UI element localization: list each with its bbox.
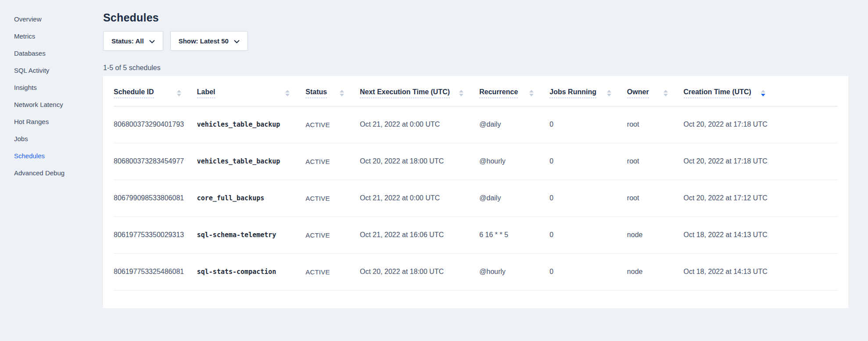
cell-next-execution: Oct 21, 2022 at 0:00 UTC [360,180,479,217]
show-filter-label: Show: Latest 50 [179,37,229,45]
cell-creation-time: Oct 18, 2022 at 14:13 UTC [684,254,838,291]
sidebar-item-metrics[interactable]: Metrics [0,28,103,45]
cell-schedule-id: 806799098533806081 [114,180,197,217]
cell-jobs-running: 0 [549,107,627,143]
cell-creation-time: Oct 20, 2022 at 17:12 UTC [684,180,838,217]
cell-recurrence: @hourly [479,143,549,180]
sidebar-item-insights[interactable]: Insights [0,79,103,96]
show-filter-dropdown[interactable]: Show: Latest 50 [170,31,248,51]
column-label-jobs-running[interactable]: Jobs Running [549,88,596,98]
cell-owner: node [627,217,684,254]
sort-asc-arrow-icon [459,90,463,92]
sort-desc-arrow-icon [664,94,668,96]
sort-icon[interactable] [664,90,668,96]
cell-schedule-id: 806197753350029313 [114,217,197,254]
cell-label: core_full_backups [197,180,306,217]
cell-next-execution: Oct 21, 2022 at 0:00 UTC [360,107,479,143]
sort-asc-arrow-icon [285,90,290,92]
sort-icon[interactable] [459,90,463,96]
filter-row: Status: All Show: Latest 50 [103,31,848,51]
column-header-next-execution-time-utc: Next Execution Time (UTC) [360,76,479,107]
cell-jobs-running: 0 [549,143,627,180]
sidebar-item-jobs[interactable]: Jobs [0,130,103,147]
cell-label: vehicles_table_backup [197,143,306,180]
sort-asc-arrow-icon [761,90,765,92]
sidebar-item-schedules[interactable]: Schedules [0,147,103,164]
status-filter-dropdown[interactable]: Status: All [103,31,163,51]
column-label-label[interactable]: Label [197,88,215,98]
column-header-label: Label [197,76,306,107]
sidebar: OverviewMetricsDatabasesSQL ActivityInsi… [0,0,103,341]
sort-asc-arrow-icon [607,90,611,92]
sort-asc-arrow-icon [664,90,668,92]
table-body: 806800373290401793vehicles_table_backupA… [114,107,838,291]
table-row: 806800373283454977vehicles_table_backupA… [114,143,838,180]
column-header-owner: Owner [627,76,684,107]
column-header-jobs-running: Jobs Running [549,76,627,107]
sort-icon[interactable] [529,90,534,96]
cell-creation-time: Oct 20, 2022 at 17:18 UTC [684,143,838,180]
column-label-recurrence[interactable]: Recurrence [479,88,518,98]
column-label-next-execution-time-utc[interactable]: Next Execution Time (UTC) [360,88,450,98]
sort-icon[interactable] [285,90,290,96]
column-header-status: Status [305,76,360,107]
sort-icon[interactable] [340,90,344,96]
cell-status: ACTIVE [305,107,360,143]
column-label-schedule-id[interactable]: Schedule ID [114,88,154,98]
sort-desc-arrow-icon [529,94,534,96]
sort-asc-arrow-icon [177,90,181,92]
cell-creation-time: Oct 18, 2022 at 14:13 UTC [684,217,838,254]
cell-recurrence: @daily [479,180,549,217]
schedules-table-card: Schedule IDLabelStatusNext Execution Tim… [103,76,848,308]
sidebar-item-sql-activity[interactable]: SQL Activity [0,62,103,79]
sidebar-item-databases[interactable]: Databases [0,45,103,62]
sort-icon[interactable] [607,90,611,96]
cell-owner: root [627,143,684,180]
sidebar-item-advanced-debug[interactable]: Advanced Debug [0,164,103,181]
table-row: 806197753325486081sql-stats-compactionAC… [114,254,838,291]
sidebar-item-overview[interactable]: Overview [0,11,103,28]
cell-jobs-running: 0 [549,217,627,254]
sort-icon[interactable] [761,90,765,96]
cell-label: vehicles_table_backup [197,107,306,143]
chevron-down-icon [234,37,240,45]
column-label-status[interactable]: Status [305,88,327,98]
cell-creation-time: Oct 20, 2022 at 17:18 UTC [684,107,838,143]
sort-desc-arrow-icon [340,94,344,96]
column-label-owner[interactable]: Owner [627,88,649,98]
column-header-schedule-id: Schedule ID [114,76,197,107]
sidebar-item-network-latency[interactable]: Network Latency [0,96,103,113]
cell-status: ACTIVE [305,217,360,254]
sort-icon[interactable] [177,90,181,96]
cell-label: sql-schema-telemetry [197,217,306,254]
cell-next-execution: Oct 21, 2022 at 16:06 UTC [360,217,479,254]
sort-desc-arrow-icon [607,94,611,96]
cell-owner: root [627,180,684,217]
results-count: 1-5 of 5 schedules [103,64,848,72]
column-header-creation-time-utc: Creation Time (UTC) [684,76,838,107]
table-header-row: Schedule IDLabelStatusNext Execution Tim… [114,76,838,107]
cell-next-execution: Oct 20, 2022 at 18:00 UTC [360,254,479,291]
cell-recurrence: 6 16 * * 5 [479,217,549,254]
main-content: Schedules Status: All Show: Latest 50 1-… [103,0,868,341]
table-row: 806799098533806081core_full_backupsACTIV… [114,180,838,217]
cell-label: sql-stats-compaction [197,254,306,291]
cell-recurrence: @hourly [479,254,549,291]
column-label-creation-time-utc[interactable]: Creation Time (UTC) [684,88,751,98]
column-header-recurrence: Recurrence [479,76,549,107]
cell-owner: root [627,107,684,143]
sidebar-item-hot-ranges[interactable]: Hot Ranges [0,113,103,130]
cell-jobs-running: 0 [549,254,627,291]
cell-jobs-running: 0 [549,180,627,217]
sort-asc-arrow-icon [340,90,344,92]
cell-status: ACTIVE [305,180,360,217]
table-row: 806800373290401793vehicles_table_backupA… [114,107,838,143]
cell-owner: node [627,254,684,291]
cell-status: ACTIVE [305,254,360,291]
sort-desc-arrow-icon [761,94,765,96]
sort-desc-arrow-icon [459,94,463,96]
cell-schedule-id: 806800373283454977 [114,143,197,180]
cell-next-execution: Oct 20, 2022 at 18:00 UTC [360,143,479,180]
sort-desc-arrow-icon [285,94,290,96]
schedules-table: Schedule IDLabelStatusNext Execution Tim… [114,76,838,291]
